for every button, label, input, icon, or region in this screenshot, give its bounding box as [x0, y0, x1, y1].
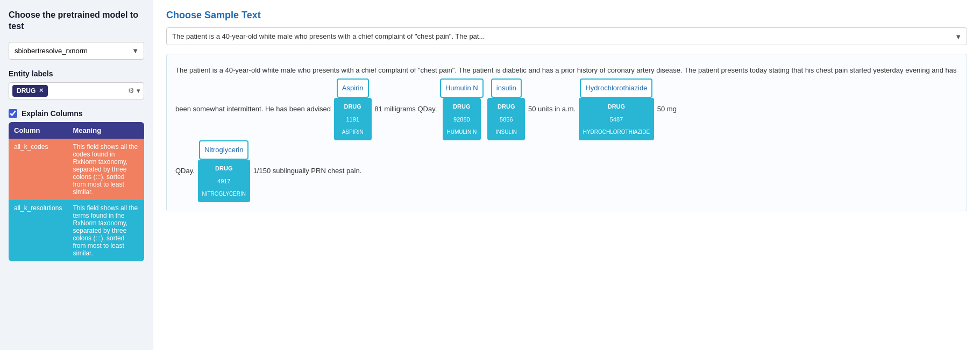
- explain-columns-section: Explain Columns Column Meaning all_k_cod…: [9, 109, 144, 261]
- insulin-entity[interactable]: insulin DRUG 5856 INSULIN: [487, 78, 525, 140]
- humulin-name: HUMULIN N: [447, 126, 477, 138]
- aspirin-label[interactable]: Aspirin: [337, 78, 369, 98]
- humulin-label[interactable]: Humulin N: [440, 78, 484, 98]
- explain-columns-label: Explain Columns: [22, 109, 83, 118]
- gear-icon[interactable]: ⚙ ▾: [128, 87, 140, 95]
- humulin-entity[interactable]: Humulin N DRUG 92880 HUMULIN N: [440, 78, 484, 140]
- aspirin-popup: DRUG 1191 ASPIRIN: [334, 98, 372, 140]
- insulin-name: INSULIN: [492, 126, 521, 138]
- drug-tag: DRUG ✕: [12, 85, 48, 97]
- aspirin-code: 1191: [338, 113, 367, 126]
- close-icon[interactable]: ✕: [39, 87, 44, 94]
- nitro-type: DRUG: [202, 162, 246, 175]
- nitro-name: NITROGLYCERIN: [202, 188, 246, 200]
- sample-text-select-wrapper: The patient is a 40-year-old white male …: [166, 27, 967, 45]
- nitro-label[interactable]: Nitroglycerin: [199, 140, 248, 160]
- sidebar: Choose the pretrained model to test sbio…: [0, 0, 153, 350]
- aspirin-name: ASPIRIN: [338, 126, 367, 138]
- text-after-insulin: 50 units in a.m.: [528, 105, 578, 113]
- model-select-wrapper: sbiobertresolve_rxnorm ▼: [9, 42, 144, 60]
- nitro-popup: DRUG 4917 NITROGLYCERIN: [198, 160, 251, 202]
- table-cell-meaning-0: This field shows all the codes found in …: [67, 139, 144, 200]
- hydro-name: HYDROCHLOROTHIAZIDE: [583, 126, 650, 138]
- sidebar-title: Choose the pretrained model to test: [9, 10, 144, 32]
- columns-table: Column Meaning all_k_codes This field sh…: [9, 122, 144, 261]
- explain-columns-checkbox[interactable]: [9, 109, 17, 118]
- sample-text-select[interactable]: The patient is a 40-year-old white male …: [166, 27, 967, 45]
- entity-labels-section: Entity labels DRUG ✕ ⚙ ▾: [9, 69, 144, 99]
- insulin-code: 5856: [492, 113, 521, 126]
- insulin-popup: DRUG 5856 INSULIN: [487, 98, 525, 140]
- text-after-aspirin: 81 milligrams QDay.: [374, 105, 437, 113]
- qday-text: QDay.: [175, 166, 195, 174]
- hydro-code: 5487: [583, 113, 650, 126]
- column-header-column: Column: [9, 122, 67, 139]
- table-cell-meaning-1: This field shows all the terms found in …: [67, 200, 144, 261]
- insulin-label[interactable]: insulin: [491, 78, 522, 98]
- hydro-popup: DRUG 5487 HYDROCHLOROTHIAZIDE: [579, 98, 654, 140]
- table-cell-column-1: all_k_resolutions: [9, 200, 67, 261]
- humulin-type: DRUG: [447, 100, 477, 113]
- table-header-row: Column Meaning: [9, 122, 144, 139]
- insulin-type: DRUG: [492, 100, 521, 113]
- humulin-popup: DRUG 92880 HUMULIN N: [443, 98, 481, 140]
- drug-tag-label: DRUG: [17, 87, 35, 95]
- model-select[interactable]: sbiobertresolve_rxnorm: [9, 42, 144, 60]
- table-cell-column-0: all_k_codes: [9, 139, 67, 200]
- main-title: Choose Sample Text: [166, 10, 967, 21]
- table-row: all_k_resolutions This field shows all t…: [9, 200, 144, 261]
- nitro-code: 4917: [202, 175, 246, 188]
- entity-labels-title: Entity labels: [9, 69, 144, 78]
- humulin-code: 92880: [447, 113, 477, 126]
- hydro-type: DRUG: [583, 100, 650, 113]
- main-content: Choose Sample Text The patient is a 40-y…: [153, 0, 980, 350]
- hydro-label[interactable]: Hydrochlorothiazide: [580, 78, 652, 98]
- table-row: all_k_codes This field shows all the cod…: [9, 139, 144, 200]
- nitroglycerin-entity[interactable]: Nitroglycerin DRUG 4917 NITROGLYCERIN: [198, 140, 251, 202]
- aspirin-entity[interactable]: Aspirin DRUG 1191 ASPIRIN: [334, 78, 372, 140]
- ner-display: The patient is a 40-year-old white male …: [166, 54, 967, 211]
- text-after-nitro: 1/150 sublingually PRN chest pain.: [253, 166, 362, 174]
- column-header-meaning: Meaning: [67, 122, 144, 139]
- explain-checkbox-row: Explain Columns: [9, 109, 144, 118]
- aspirin-type: DRUG: [338, 100, 367, 113]
- text-after-hydro: 50 mg: [657, 105, 677, 113]
- hydrochlorothiazide-entity[interactable]: Hydrochlorothiazide DRUG 5487 HYDROCHLOR…: [579, 78, 654, 140]
- entity-row: DRUG ✕ ⚙ ▾: [9, 82, 144, 99]
